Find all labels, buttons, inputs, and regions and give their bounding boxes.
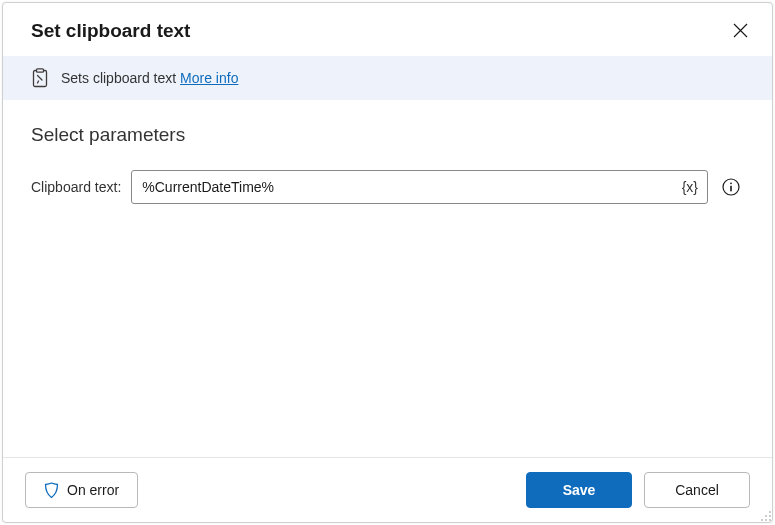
param-info-button[interactable]	[718, 174, 744, 200]
on-error-label: On error	[67, 482, 119, 498]
dialog-header: Set clipboard text	[3, 3, 772, 56]
info-icon	[722, 178, 740, 196]
clipboard-text-label: Clipboard text:	[31, 179, 121, 195]
cancel-button[interactable]: Cancel	[644, 472, 750, 508]
dialog-footer: On error Save Cancel	[3, 457, 772, 522]
shield-icon	[44, 482, 59, 499]
clipboard-text-input-wrap: {x}	[131, 170, 708, 204]
info-text: Sets clipboard text More info	[61, 70, 238, 86]
clipboard-icon	[31, 68, 49, 88]
footer-actions: Save Cancel	[526, 472, 750, 508]
save-button[interactable]: Save	[526, 472, 632, 508]
dialog-title: Set clipboard text	[31, 20, 190, 42]
insert-variable-button[interactable]: {x}	[678, 177, 702, 197]
section-title: Select parameters	[31, 124, 744, 146]
close-icon	[733, 23, 748, 38]
svg-rect-1	[37, 69, 44, 72]
dialog: Set clipboard text Sets clipboard text M…	[2, 2, 773, 523]
info-text-label: Sets clipboard text	[61, 70, 176, 86]
close-button[interactable]	[729, 19, 752, 42]
param-row-clipboard-text: Clipboard text: {x}	[31, 170, 744, 204]
more-info-link[interactable]: More info	[180, 70, 238, 86]
clipboard-text-input[interactable]	[131, 170, 708, 204]
info-bar: Sets clipboard text More info	[3, 56, 772, 100]
on-error-button[interactable]: On error	[25, 472, 138, 508]
dialog-body: Select parameters Clipboard text: {x}	[3, 100, 772, 457]
svg-rect-4	[730, 186, 732, 192]
svg-point-3	[730, 182, 732, 184]
